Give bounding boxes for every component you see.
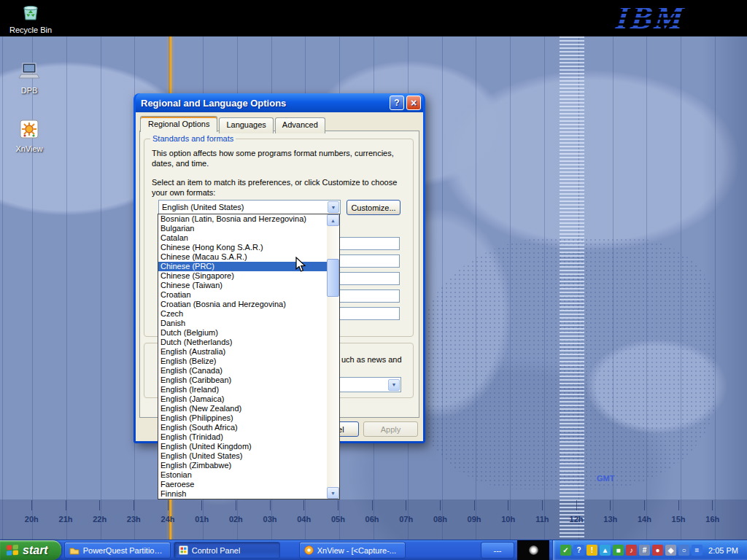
list-item[interactable]: English (New Zealand)	[158, 404, 327, 413]
list-item[interactable]: Croatian (Bosnia and Herzegovina)	[158, 300, 327, 309]
list-item[interactable]: Bulgarian	[158, 224, 327, 233]
standards-description: This option affects how some programs fo…	[152, 148, 407, 168]
ibm-logo: IBM	[616, 0, 686, 36]
icon-label: XnView	[3, 144, 55, 153]
icon-label: Recycle Bin	[4, 26, 57, 34]
taskbar-band-button[interactable]: ---	[481, 542, 514, 559]
tab-strip: Regional Options Languages Advanced	[140, 116, 327, 132]
tray-icon[interactable]: ?	[573, 545, 584, 556]
hour-label: 05h	[321, 500, 355, 524]
gmt-hatch-band	[560, 36, 584, 540]
list-item[interactable]: Catalan	[158, 233, 327, 243]
list-item[interactable]: English (Ireland)	[158, 385, 327, 394]
mouse-cursor	[295, 257, 306, 273]
list-item[interactable]: English (Zimbabwe)	[158, 461, 327, 470]
desktop-icon-dpb[interactable]: DPB	[3, 61, 55, 95]
hour-label: 02h	[219, 500, 253, 524]
hour-label: 08h	[423, 500, 457, 524]
list-item[interactable]: English (South Africa)	[158, 423, 327, 432]
list-item[interactable]: English (Canada)	[158, 366, 327, 376]
gmt-label: GMT	[597, 474, 614, 483]
list-item[interactable]: Faeroese	[158, 480, 327, 489]
task-label: PowerQuest Partition...	[83, 546, 166, 555]
hour-label: 24h	[151, 500, 185, 524]
list-item[interactable]: English (Caribbean)	[158, 376, 327, 385]
hour-label: 15h	[662, 500, 696, 524]
tray-icon[interactable]: ▲	[600, 545, 611, 556]
list-item[interactable]: English (Philippines)	[158, 413, 327, 423]
customize-button[interactable]: Customize...	[347, 200, 400, 215]
apply-button[interactable]: Apply	[363, 421, 418, 437]
list-item[interactable]: Chinese (Taiwan)	[158, 281, 327, 290]
list-item[interactable]: English (Jamaica)	[158, 394, 327, 404]
laptop-icon	[18, 61, 41, 82]
list-item[interactable]: English (Belize)	[158, 357, 327, 366]
hour-label: 04h	[287, 500, 321, 524]
scroll-down-icon[interactable]: ▼	[327, 487, 339, 499]
standards-instruction: Select an item to match its preferences,…	[152, 177, 407, 198]
round-icon	[529, 545, 538, 555]
list-item[interactable]: Bosnian (Latin, Bosnia and Herzegovina)	[158, 214, 327, 224]
taskbar-black-band[interactable]	[517, 540, 549, 560]
list-item[interactable]: English (United States)	[158, 451, 327, 461]
desktop-icon-recycle-bin[interactable]: Recycle Bin	[4, 2, 57, 34]
start-button[interactable]: start	[0, 540, 61, 560]
tray-icon[interactable]: ✓	[560, 545, 571, 556]
screen: GMT 20h 21h 22h 23h 24h 01h 02h 03h 04h …	[0, 0, 747, 560]
list-item[interactable]: Dutch (Belgium)	[158, 328, 327, 338]
tab-regional-options[interactable]: Regional Options	[140, 116, 217, 132]
start-label: start	[23, 544, 48, 557]
desktop-icon-xnview[interactable]: XnView	[3, 118, 55, 153]
hour-label: 12h	[560, 500, 594, 524]
tray-icon[interactable]: ≡	[692, 545, 703, 556]
scrollbar-thumb[interactable]	[327, 259, 339, 297]
list-item[interactable]: Chinese (Hong Kong S.A.R.)	[158, 243, 327, 252]
chevron-down-icon[interactable]: ▼	[388, 379, 400, 391]
scrollbar[interactable]: ▲ ▼	[327, 214, 339, 499]
list-item[interactable]: English (Trinidad)	[158, 432, 327, 442]
tray-icon[interactable]: ♪	[626, 545, 637, 556]
list-item[interactable]: Finnish	[158, 489, 327, 499]
taskbar-task-xnview[interactable]: XnView - [<Capture-...	[299, 542, 406, 559]
taskbar-clock[interactable]: 2:05 PM	[705, 546, 744, 555]
folder-icon	[69, 546, 80, 555]
tab-languages[interactable]: Languages	[219, 117, 273, 133]
taskbar-task-powerquest[interactable]: PowerQuest Partition...	[64, 542, 171, 559]
tray-icon[interactable]: ●	[652, 545, 663, 556]
list-item[interactable]: Dutch (Netherlands)	[158, 338, 327, 347]
list-item[interactable]: Czech	[158, 309, 327, 319]
tray-icon[interactable]: ○	[678, 545, 689, 556]
close-button[interactable]: ×	[406, 96, 421, 110]
recycle-bin-icon	[21, 2, 40, 21]
group-title: Standards and formats	[150, 134, 236, 144]
task-label: XnView - [<Capture-...	[317, 546, 396, 555]
hour-label: 10h	[491, 500, 525, 524]
tray-icon[interactable]: #	[639, 545, 650, 556]
list-item[interactable]: English (Australia)	[158, 347, 327, 357]
format-combobox[interactable]: English (United States) ▼	[158, 200, 341, 214]
list-item[interactable]: Croatian	[158, 290, 327, 300]
tab-advanced[interactable]: Advanced	[275, 117, 325, 133]
hour-label: 14h	[627, 500, 662, 524]
format-combobox-value: English (United States)	[159, 203, 327, 211]
tray-icon[interactable]: ■	[613, 545, 624, 556]
tray-icon[interactable]: !	[587, 545, 597, 556]
list-item[interactable]: Danish	[158, 319, 327, 328]
dialog-title: Regional and Language Options	[141, 98, 387, 109]
taskbar-task-control-panel[interactable]: Control Panel	[174, 542, 280, 559]
list-item[interactable]: Estonian	[158, 470, 327, 480]
chevron-down-icon[interactable]: ▼	[328, 201, 339, 213]
ibm-logo-stripes	[615, 2, 687, 34]
hour-label: 20h	[15, 500, 49, 524]
scrollbar-track[interactable]	[327, 226, 339, 487]
list-item[interactable]: English (United Kingdom)	[158, 442, 327, 451]
tray-icon[interactable]: ◆	[665, 545, 676, 556]
help-button[interactable]: ?	[390, 96, 404, 110]
hour-label: 11h	[525, 500, 560, 524]
dialog-titlebar[interactable]: Regional and Language Options ? ×	[136, 93, 423, 112]
hour-label: 01h	[185, 500, 219, 524]
taskbar: start PowerQuest Partition... Control Pa…	[0, 540, 747, 560]
taskbar-empty-space	[406, 540, 478, 560]
scroll-up-icon[interactable]: ▲	[327, 214, 339, 226]
top-black-bar: Recycle Bin IBM	[0, 0, 747, 36]
